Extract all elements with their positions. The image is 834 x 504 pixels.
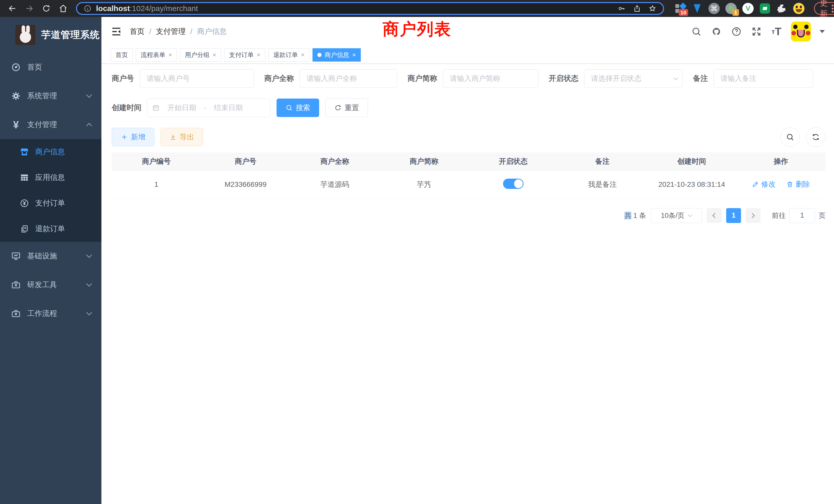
remark-label: 备注 bbox=[693, 73, 708, 84]
bookmark-star-icon[interactable] bbox=[649, 5, 656, 12]
search-icon bbox=[691, 26, 702, 37]
breadcrumb-home[interactable]: 首页 bbox=[130, 26, 145, 37]
search-icon bbox=[286, 104, 293, 111]
close-icon[interactable]: × bbox=[213, 51, 216, 59]
col-merchant-id: 商户编号 bbox=[112, 153, 201, 170]
goto-page-input[interactable] bbox=[789, 208, 815, 223]
command-extension-icon[interactable]: ⌘ bbox=[708, 3, 720, 14]
app-logo bbox=[16, 25, 36, 45]
full-name-input[interactable] bbox=[300, 69, 397, 88]
password-key-icon[interactable] bbox=[618, 5, 626, 12]
extensions-grid-icon[interactable]: 10 bbox=[674, 3, 686, 14]
browser-home-button[interactable] bbox=[57, 2, 70, 15]
sidebar-item-infra[interactable]: 基础设施 bbox=[0, 242, 102, 271]
browser-reload-button[interactable] bbox=[40, 2, 53, 15]
merchant-no-input[interactable] bbox=[140, 69, 254, 88]
sidebar-item-system[interactable]: 系统管理 bbox=[0, 82, 102, 110]
document-copy-icon bbox=[19, 224, 29, 234]
tab-pay-order[interactable]: 支付订单× bbox=[224, 48, 265, 62]
sidebar-item-devtools[interactable]: 研发工具 bbox=[0, 271, 102, 299]
download-icon bbox=[170, 134, 177, 141]
sidebar-item-pay[interactable]: ¥ 支付管理 bbox=[0, 110, 102, 139]
url-bar[interactable]: localhost:1024/pay/merchant bbox=[76, 2, 664, 15]
merchant-table: 商户编号 商户号 商户全称 商户简称 开启状态 备注 创建时间 操作 1 M23… bbox=[112, 153, 826, 199]
browser-forward-button[interactable] bbox=[23, 2, 36, 15]
short-name-input[interactable] bbox=[443, 69, 539, 88]
share-icon[interactable] bbox=[633, 5, 641, 12]
prev-page-button[interactable] bbox=[707, 208, 722, 223]
tab-home[interactable]: 首页 bbox=[111, 48, 133, 62]
avatar-caret-icon[interactable] bbox=[820, 30, 825, 33]
toggle-search-button[interactable] bbox=[780, 127, 800, 147]
edit-link[interactable]: 修改 bbox=[752, 179, 775, 189]
tab-user-group[interactable]: 用户分组× bbox=[180, 48, 221, 62]
remark-input[interactable] bbox=[714, 69, 813, 88]
export-button[interactable]: 导出 bbox=[160, 128, 203, 146]
sidebar: 芋道管理系统 首页 系统管理 ¥ 支付管理 bbox=[0, 17, 102, 504]
github-button[interactable] bbox=[711, 26, 722, 37]
sidebar-item-workflow[interactable]: 工作流程 bbox=[0, 299, 102, 328]
chat-extension-icon[interactable] bbox=[759, 3, 771, 14]
sidebar-item-home[interactable]: 首页 bbox=[0, 53, 102, 82]
pagination: 共 1 条 10条/页 1 前往 页 bbox=[112, 208, 826, 223]
briefcase-icon bbox=[10, 279, 22, 291]
close-icon[interactable]: × bbox=[352, 51, 356, 59]
dashboard-icon bbox=[10, 62, 22, 73]
active-dot bbox=[317, 53, 322, 57]
blue-gem-extension-icon[interactable] bbox=[691, 3, 703, 14]
sidebar-item-pay-order[interactable]: 支付订单 bbox=[0, 190, 102, 216]
browser-menu-icon[interactable] bbox=[832, 5, 833, 13]
sidebar-item-app-info[interactable]: 应用信息 bbox=[0, 165, 102, 190]
browser-update-button[interactable]: 更新 bbox=[814, 2, 834, 15]
close-icon[interactable]: × bbox=[301, 51, 305, 59]
delete-link[interactable]: 删除 bbox=[786, 179, 810, 189]
close-icon[interactable]: × bbox=[169, 51, 172, 59]
monitor-extension-icon[interactable]: 1 bbox=[725, 3, 737, 14]
sidebar-logo-row[interactable]: 芋道管理系统 bbox=[0, 17, 102, 53]
font-size-button[interactable]: тT bbox=[771, 26, 782, 37]
tab-refund-order[interactable]: 退款订单× bbox=[268, 48, 309, 62]
create-time-range-picker[interactable]: - bbox=[147, 98, 270, 117]
edit-pencil-icon bbox=[752, 181, 759, 188]
search-icon bbox=[786, 133, 794, 141]
profile-avatar-icon[interactable] bbox=[793, 3, 805, 14]
tab-merchant-info[interactable]: 商户信息× bbox=[312, 48, 361, 62]
forward-icon bbox=[25, 4, 34, 13]
goto-unit: 页 bbox=[818, 211, 826, 220]
chevron-right-icon bbox=[750, 213, 755, 218]
sidebar-item-refund-order[interactable]: 退款订单 bbox=[0, 216, 102, 242]
close-icon[interactable]: × bbox=[257, 51, 260, 59]
col-create-time: 创建时间 bbox=[647, 153, 737, 170]
add-button[interactable]: 新增 bbox=[112, 128, 154, 146]
browser-back-button[interactable] bbox=[6, 2, 19, 15]
sidebar-menu: 首页 系统管理 ¥ 支付管理 商户信息 bbox=[0, 53, 102, 328]
sidebar-item-merchant-info[interactable]: 商户信息 bbox=[0, 139, 102, 165]
next-page-button[interactable] bbox=[746, 208, 761, 223]
refresh-table-button[interactable] bbox=[806, 127, 826, 147]
chevron-down-icon bbox=[688, 212, 693, 217]
col-status: 开启状态 bbox=[468, 153, 558, 170]
help-button[interactable] bbox=[731, 26, 742, 37]
puzzle-extensions-icon[interactable] bbox=[776, 3, 788, 14]
back-icon bbox=[8, 4, 17, 13]
search-button[interactable]: 搜索 bbox=[277, 98, 319, 117]
reset-button[interactable]: 重置 bbox=[325, 98, 368, 117]
start-date-input[interactable] bbox=[161, 104, 202, 112]
header-search-button[interactable] bbox=[691, 26, 702, 37]
status-toggle[interactable] bbox=[503, 179, 524, 189]
end-date-input[interactable] bbox=[208, 104, 249, 112]
breadcrumb-pay[interactable]: 支付管理 bbox=[156, 26, 185, 37]
fullscreen-button[interactable] bbox=[751, 26, 762, 37]
refresh-icon bbox=[334, 104, 342, 111]
browser-chrome: localhost:1024/pay/merchant 10 ⌘ 1 V 更新 bbox=[0, 0, 834, 17]
cell-merchant-no: M233666999 bbox=[201, 170, 290, 199]
status-select[interactable]: 请选择开启状态 bbox=[584, 69, 683, 88]
sidebar-fold-button[interactable] bbox=[111, 26, 122, 37]
user-avatar[interactable] bbox=[791, 22, 811, 42]
tab-process-form[interactable]: 流程表单× bbox=[136, 48, 177, 62]
page-size-select[interactable]: 10条/页 bbox=[651, 208, 702, 223]
chevron-down-icon bbox=[86, 92, 92, 98]
monitor-chart-icon bbox=[10, 250, 22, 262]
vue-devtools-icon[interactable]: V bbox=[742, 3, 754, 14]
page-number-1[interactable]: 1 bbox=[726, 208, 741, 223]
